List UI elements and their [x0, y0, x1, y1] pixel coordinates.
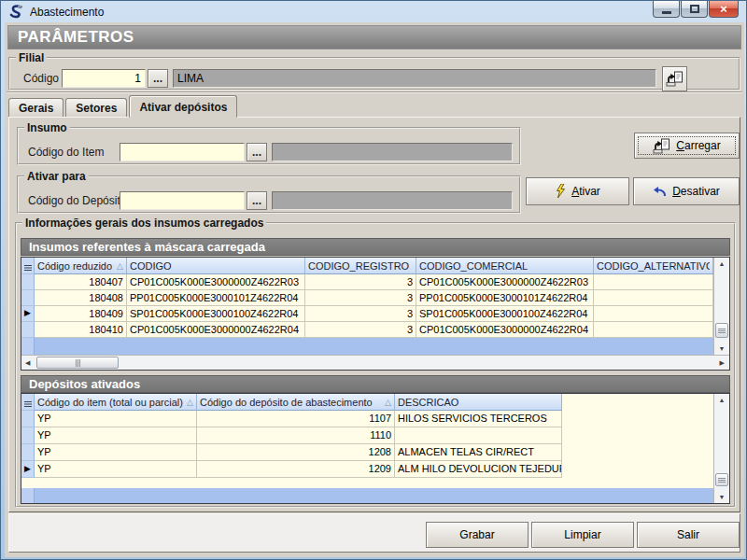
cell-descricao[interactable]: ALM HILO DEVOLUCION TEJEDURIA — [395, 461, 562, 478]
table-row[interactable]: 180407 CP01C005K000E3000000Z4622R03 3 CP… — [21, 274, 713, 290]
selection-indicator-cell — [21, 338, 35, 355]
cell-codigo-alternativo[interactable] — [594, 306, 713, 322]
page-title: PARÂMETROS — [18, 28, 134, 46]
grid1-col-codigo-alternativo[interactable]: CODIGO_ALTERNATIVO — [594, 258, 713, 274]
cell-codigo-reduzido[interactable]: 180409 — [35, 306, 127, 322]
cell-codigo-registro[interactable]: 3 — [305, 306, 416, 322]
table-row[interactable]: YP 1107 HILOS SERVICIOS TERCEROS — [21, 411, 563, 427]
cell-codigo-comercial[interactable]: SP01C005K000E3000100Z4622R04 — [416, 306, 594, 322]
cell-descricao[interactable]: HILOS SERVICIOS TERCEROS — [395, 411, 562, 427]
table-row-current[interactable]: ▶ YP 1209 ALM HILO DEVOLUCION TEJEDURIA — [21, 461, 563, 478]
cell-deposito[interactable]: 1209 — [197, 461, 395, 478]
table-row[interactable]: YP 1208 ALMACEN TELAS CIR/RECT — [21, 444, 563, 461]
filial-browse-button[interactable]: ... — [148, 69, 168, 88]
scroll-right-icon[interactable]: ▶ — [720, 359, 725, 367]
cell-descricao[interactable] — [395, 427, 562, 444]
scroll-left-icon[interactable]: ◀ — [25, 359, 30, 367]
cell-codigo-alternativo[interactable] — [594, 322, 713, 338]
grid1-col-codigo-reduzido[interactable]: Código reduzido△ — [35, 258, 127, 274]
scroll-down-icon[interactable]: ▼ — [714, 345, 729, 352]
cell-item[interactable]: YP — [35, 461, 197, 478]
grid1-corner-cell[interactable] — [21, 258, 35, 274]
grid-menu-icon — [24, 400, 32, 408]
carregar-button[interactable]: Carregar — [634, 133, 740, 159]
tab-ativar-depositos[interactable]: Ativar depósitos — [129, 95, 237, 118]
cell-codigo[interactable]: CP01C005K000E3000000Z4622R03 — [127, 274, 305, 290]
cell-codigo-registro[interactable]: 3 — [305, 322, 416, 338]
cell-item[interactable]: YP — [35, 427, 197, 444]
cell-codigo[interactable]: SP01C005K000E3000100Z4622R04 — [127, 306, 305, 322]
cell-codigo-alternativo[interactable] — [594, 290, 713, 306]
table-row[interactable]: YP 1110 — [21, 427, 563, 444]
maximize-button[interactable] — [681, 1, 708, 18]
deposito-browse-button[interactable]: ... — [247, 191, 267, 210]
cell-codigo-comercial[interactable]: PP01C005K000E3000101Z4622R04 — [416, 290, 594, 306]
item-browse-button[interactable]: ... — [247, 143, 267, 161]
salir-label: Salir — [677, 528, 699, 541]
cell-codigo-reduzido[interactable]: 180407 — [35, 274, 127, 290]
scroll-up-icon[interactable]: ▲ — [714, 260, 729, 267]
grid1-col-codigo[interactable]: CODIGO — [127, 258, 305, 274]
tab-gerais[interactable]: Gerais — [8, 98, 63, 117]
filial-load-button[interactable] — [662, 66, 687, 91]
cell-codigo-reduzido[interactable]: 180408 — [35, 290, 127, 306]
cell-codigo[interactable]: PP01C005K000E3000101Z4622R04 — [127, 290, 305, 306]
thumb-grip — [718, 478, 726, 483]
tab-setores[interactable]: Setores — [65, 98, 127, 117]
carregar-label: Carregar — [676, 139, 720, 152]
load-icon — [666, 71, 684, 87]
cell-codigo-reduzido[interactable]: 180410 — [35, 322, 127, 338]
cell-descricao[interactable]: ALMACEN TELAS CIR/RECT — [395, 444, 562, 461]
deposito-codigo-input[interactable] — [120, 191, 245, 210]
cell-deposito[interactable]: 1107 — [197, 411, 395, 427]
maximize-icon — [690, 5, 699, 13]
salir-button[interactable]: Salir — [637, 522, 740, 548]
scroll-thumb[interactable] — [36, 357, 119, 369]
cell-deposito[interactable]: 1208 — [197, 444, 395, 461]
titlebar[interactable]: Abastecimento × — [1, 1, 746, 22]
close-button[interactable]: × — [709, 1, 739, 18]
grid1-vertical-scrollbar[interactable]: ▲ ▼ — [713, 258, 729, 355]
grid2-title-bar: Depósitos ativados — [21, 375, 730, 393]
grid1-selection-strip[interactable] — [21, 338, 713, 355]
table-row-current[interactable]: ▶ 180409 SP01C005K000E3000100Z4622R04 3 … — [21, 306, 713, 322]
grid2-col-item[interactable]: Código do item (total ou parcial)△ — [35, 394, 197, 411]
cell-codigo-registro[interactable]: 3 — [305, 290, 416, 306]
grid2-col-deposito[interactable]: Código do depósito de abastecimento△ — [197, 394, 395, 411]
cell-codigo-comercial[interactable]: CP01C005K000E3000000Z4622R04 — [416, 322, 594, 338]
grid1-col-codigo-registro[interactable]: CODIGO_REGISTRO — [305, 258, 416, 274]
table-row[interactable]: 180408 PP01C005K000E3000101Z4622R04 3 PP… — [21, 290, 713, 306]
cell-item[interactable]: YP — [35, 444, 197, 461]
cell-codigo-registro[interactable]: 3 — [305, 274, 416, 290]
scroll-up-icon[interactable]: ▲ — [714, 397, 729, 403]
grid2-vertical-scrollbar[interactable]: ▲ ▼ — [713, 394, 729, 503]
lightning-icon — [555, 184, 566, 199]
scroll-down-icon[interactable]: ▼ — [714, 494, 729, 500]
grid1-horizontal-scrollbar[interactable]: ◀ ▶ — [21, 355, 729, 370]
grid2-corner-cell[interactable] — [21, 394, 35, 411]
item-codigo-input[interactable] — [120, 143, 245, 161]
ativar-label: Ativar — [571, 185, 600, 198]
cell-deposito[interactable]: 1110 — [197, 427, 395, 444]
grid1-title: Insumos referentes à máscara carregada — [29, 240, 265, 254]
row-indicator-cell: ▶ — [21, 306, 35, 322]
grid2-selection-strip[interactable] — [21, 488, 713, 503]
grid2-col-descricao[interactable]: DESCRICAO — [395, 394, 562, 411]
grabar-button[interactable]: Grabar — [426, 522, 529, 548]
cell-codigo-comercial[interactable]: CP01C005K000E3000000Z4622R03 — [416, 274, 594, 290]
grid1-col-codigo-comercial[interactable]: CODIGO_COMERCIAL — [416, 258, 594, 274]
undo-arrow-icon — [653, 186, 667, 197]
scroll-thumb[interactable] — [715, 473, 728, 486]
filial-codigo-input[interactable] — [62, 69, 146, 88]
minimize-button[interactable] — [653, 1, 680, 18]
grid2-header-row: Código do item (total ou parcial)△ Códig… — [21, 394, 563, 411]
cell-codigo-alternativo[interactable] — [594, 274, 713, 290]
cell-item[interactable]: YP — [35, 411, 197, 427]
ativar-button[interactable]: Ativar — [526, 177, 629, 205]
desativar-button[interactable]: Desativar — [633, 177, 740, 205]
row-indicator-cell — [21, 444, 35, 461]
table-row[interactable]: 180410 CP01C005K000E3000000Z4622R04 3 CP… — [21, 322, 713, 338]
cell-codigo[interactable]: CP01C005K000E3000000Z4622R04 — [127, 322, 305, 338]
limpiar-button[interactable]: Limpiar — [531, 522, 634, 548]
scroll-thumb[interactable] — [715, 323, 728, 338]
